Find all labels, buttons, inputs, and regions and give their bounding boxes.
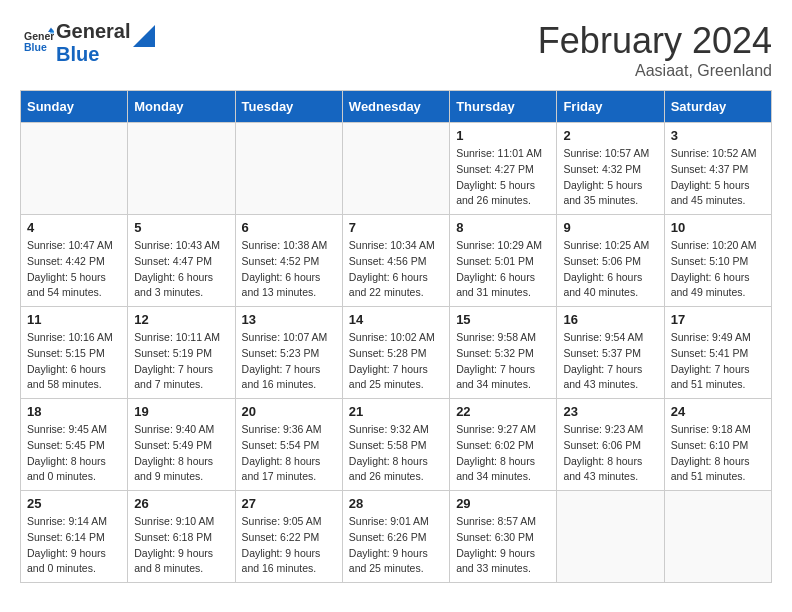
calendar-cell: 29Sunrise: 8:57 AMSunset: 6:30 PMDayligh… bbox=[450, 491, 557, 583]
calendar-cell: 23Sunrise: 9:23 AMSunset: 6:06 PMDayligh… bbox=[557, 399, 664, 491]
col-header-tuesday: Tuesday bbox=[235, 91, 342, 123]
logo: General Blue General Blue bbox=[20, 20, 155, 66]
day-info: Sunrise: 10:38 AMSunset: 4:52 PMDaylight… bbox=[242, 238, 336, 301]
day-info: Sunrise: 10:20 AMSunset: 5:10 PMDaylight… bbox=[671, 238, 765, 301]
calendar-cell: 13Sunrise: 10:07 AMSunset: 5:23 PMDaylig… bbox=[235, 307, 342, 399]
day-info: Sunrise: 10:02 AMSunset: 5:28 PMDaylight… bbox=[349, 330, 443, 393]
day-info: Sunrise: 10:11 AMSunset: 5:19 PMDaylight… bbox=[134, 330, 228, 393]
day-number: 14 bbox=[349, 312, 443, 327]
calendar-cell: 22Sunrise: 9:27 AMSunset: 6:02 PMDayligh… bbox=[450, 399, 557, 491]
day-number: 25 bbox=[27, 496, 121, 511]
day-info: Sunrise: 9:05 AMSunset: 6:22 PMDaylight:… bbox=[242, 514, 336, 577]
day-info: Sunrise: 9:58 AMSunset: 5:32 PMDaylight:… bbox=[456, 330, 550, 393]
day-info: Sunrise: 9:32 AMSunset: 5:58 PMDaylight:… bbox=[349, 422, 443, 485]
calendar-week-row: 18Sunrise: 9:45 AMSunset: 5:45 PMDayligh… bbox=[21, 399, 772, 491]
day-info: Sunrise: 9:45 AMSunset: 5:45 PMDaylight:… bbox=[27, 422, 121, 485]
calendar-cell: 16Sunrise: 9:54 AMSunset: 5:37 PMDayligh… bbox=[557, 307, 664, 399]
calendar-cell: 4Sunrise: 10:47 AMSunset: 4:42 PMDayligh… bbox=[21, 215, 128, 307]
day-number: 13 bbox=[242, 312, 336, 327]
day-number: 4 bbox=[27, 220, 121, 235]
logo-blue-text: Blue bbox=[56, 43, 130, 66]
calendar-cell: 10Sunrise: 10:20 AMSunset: 5:10 PMDaylig… bbox=[664, 215, 771, 307]
col-header-friday: Friday bbox=[557, 91, 664, 123]
day-info: Sunrise: 9:49 AMSunset: 5:41 PMDaylight:… bbox=[671, 330, 765, 393]
location-subtitle: Aasiaat, Greenland bbox=[538, 62, 772, 80]
day-info: Sunrise: 9:54 AMSunset: 5:37 PMDaylight:… bbox=[563, 330, 657, 393]
calendar-cell: 19Sunrise: 9:40 AMSunset: 5:49 PMDayligh… bbox=[128, 399, 235, 491]
calendar-cell: 1Sunrise: 11:01 AMSunset: 4:27 PMDayligh… bbox=[450, 123, 557, 215]
day-number: 5 bbox=[134, 220, 228, 235]
calendar-cell: 6Sunrise: 10:38 AMSunset: 4:52 PMDayligh… bbox=[235, 215, 342, 307]
day-number: 7 bbox=[349, 220, 443, 235]
day-number: 10 bbox=[671, 220, 765, 235]
calendar-cell bbox=[342, 123, 449, 215]
day-number: 1 bbox=[456, 128, 550, 143]
svg-marker-4 bbox=[133, 25, 155, 47]
day-number: 17 bbox=[671, 312, 765, 327]
title-block: February 2024 Aasiaat, Greenland bbox=[538, 20, 772, 80]
calendar-cell: 7Sunrise: 10:34 AMSunset: 4:56 PMDayligh… bbox=[342, 215, 449, 307]
day-info: Sunrise: 10:25 AMSunset: 5:06 PMDaylight… bbox=[563, 238, 657, 301]
day-number: 9 bbox=[563, 220, 657, 235]
day-info: Sunrise: 10:07 AMSunset: 5:23 PMDaylight… bbox=[242, 330, 336, 393]
day-number: 23 bbox=[563, 404, 657, 419]
month-title: February 2024 bbox=[538, 20, 772, 62]
day-info: Sunrise: 9:10 AMSunset: 6:18 PMDaylight:… bbox=[134, 514, 228, 577]
day-number: 18 bbox=[27, 404, 121, 419]
calendar-cell: 5Sunrise: 10:43 AMSunset: 4:47 PMDayligh… bbox=[128, 215, 235, 307]
logo-icon: General Blue bbox=[24, 26, 54, 56]
calendar-cell: 27Sunrise: 9:05 AMSunset: 6:22 PMDayligh… bbox=[235, 491, 342, 583]
calendar-cell bbox=[235, 123, 342, 215]
day-info: Sunrise: 10:34 AMSunset: 4:56 PMDaylight… bbox=[349, 238, 443, 301]
day-number: 19 bbox=[134, 404, 228, 419]
calendar-cell: 26Sunrise: 9:10 AMSunset: 6:18 PMDayligh… bbox=[128, 491, 235, 583]
calendar-cell bbox=[21, 123, 128, 215]
day-info: Sunrise: 9:27 AMSunset: 6:02 PMDaylight:… bbox=[456, 422, 550, 485]
day-number: 8 bbox=[456, 220, 550, 235]
day-info: Sunrise: 10:57 AMSunset: 4:32 PMDaylight… bbox=[563, 146, 657, 209]
day-number: 22 bbox=[456, 404, 550, 419]
day-number: 21 bbox=[349, 404, 443, 419]
calendar-cell: 21Sunrise: 9:32 AMSunset: 5:58 PMDayligh… bbox=[342, 399, 449, 491]
logo-general-text: General bbox=[56, 20, 130, 43]
calendar-cell: 3Sunrise: 10:52 AMSunset: 4:37 PMDayligh… bbox=[664, 123, 771, 215]
svg-text:Blue: Blue bbox=[24, 41, 47, 53]
day-number: 24 bbox=[671, 404, 765, 419]
col-header-monday: Monday bbox=[128, 91, 235, 123]
calendar-cell: 8Sunrise: 10:29 AMSunset: 5:01 PMDayligh… bbox=[450, 215, 557, 307]
day-info: Sunrise: 8:57 AMSunset: 6:30 PMDaylight:… bbox=[456, 514, 550, 577]
day-info: Sunrise: 10:16 AMSunset: 5:15 PMDaylight… bbox=[27, 330, 121, 393]
day-info: Sunrise: 9:18 AMSunset: 6:10 PMDaylight:… bbox=[671, 422, 765, 485]
day-number: 26 bbox=[134, 496, 228, 511]
calendar-cell bbox=[128, 123, 235, 215]
calendar-cell: 25Sunrise: 9:14 AMSunset: 6:14 PMDayligh… bbox=[21, 491, 128, 583]
calendar-cell: 11Sunrise: 10:16 AMSunset: 5:15 PMDaylig… bbox=[21, 307, 128, 399]
day-info: Sunrise: 9:14 AMSunset: 6:14 PMDaylight:… bbox=[27, 514, 121, 577]
day-number: 6 bbox=[242, 220, 336, 235]
day-info: Sunrise: 10:47 AMSunset: 4:42 PMDaylight… bbox=[27, 238, 121, 301]
calendar-cell: 15Sunrise: 9:58 AMSunset: 5:32 PMDayligh… bbox=[450, 307, 557, 399]
day-number: 11 bbox=[27, 312, 121, 327]
day-number: 2 bbox=[563, 128, 657, 143]
day-info: Sunrise: 10:43 AMSunset: 4:47 PMDaylight… bbox=[134, 238, 228, 301]
col-header-sunday: Sunday bbox=[21, 91, 128, 123]
day-info: Sunrise: 9:23 AMSunset: 6:06 PMDaylight:… bbox=[563, 422, 657, 485]
calendar-cell: 2Sunrise: 10:57 AMSunset: 4:32 PMDayligh… bbox=[557, 123, 664, 215]
day-info: Sunrise: 10:52 AMSunset: 4:37 PMDaylight… bbox=[671, 146, 765, 209]
day-info: Sunrise: 9:01 AMSunset: 6:26 PMDaylight:… bbox=[349, 514, 443, 577]
day-info: Sunrise: 9:36 AMSunset: 5:54 PMDaylight:… bbox=[242, 422, 336, 485]
calendar-week-row: 25Sunrise: 9:14 AMSunset: 6:14 PMDayligh… bbox=[21, 491, 772, 583]
day-info: Sunrise: 11:01 AMSunset: 4:27 PMDaylight… bbox=[456, 146, 550, 209]
calendar-cell: 14Sunrise: 10:02 AMSunset: 5:28 PMDaylig… bbox=[342, 307, 449, 399]
calendar-week-row: 4Sunrise: 10:47 AMSunset: 4:42 PMDayligh… bbox=[21, 215, 772, 307]
day-number: 12 bbox=[134, 312, 228, 327]
day-number: 27 bbox=[242, 496, 336, 511]
calendar-cell: 17Sunrise: 9:49 AMSunset: 5:41 PMDayligh… bbox=[664, 307, 771, 399]
calendar-table: SundayMondayTuesdayWednesdayThursdayFrid… bbox=[20, 90, 772, 583]
day-info: Sunrise: 10:29 AMSunset: 5:01 PMDaylight… bbox=[456, 238, 550, 301]
calendar-cell: 28Sunrise: 9:01 AMSunset: 6:26 PMDayligh… bbox=[342, 491, 449, 583]
page-header: General Blue General Blue February 2024 … bbox=[20, 20, 772, 80]
calendar-cell bbox=[664, 491, 771, 583]
day-number: 29 bbox=[456, 496, 550, 511]
day-number: 28 bbox=[349, 496, 443, 511]
